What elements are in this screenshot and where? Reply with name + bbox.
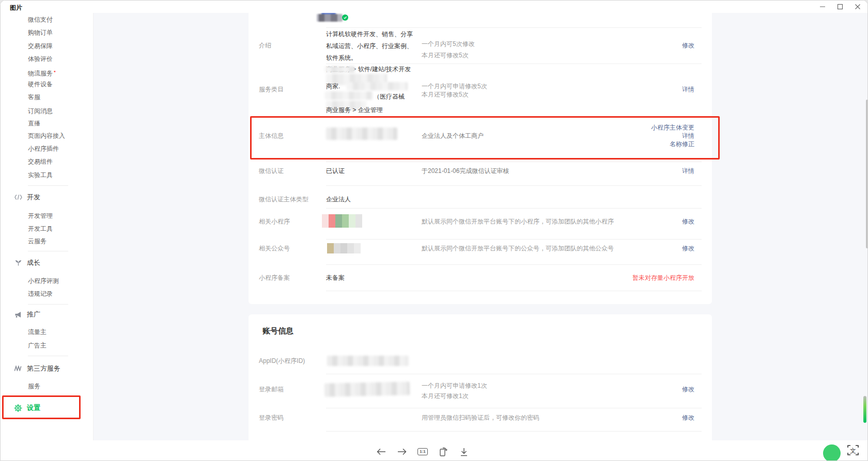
row-label-intro: 介绍 <box>259 41 271 50</box>
sidebar-item-violation-records[interactable]: 违规记录 <box>28 290 53 298</box>
category-detail-link[interactable]: 详情 <box>682 85 694 94</box>
floating-green-button[interactable] <box>823 444 841 461</box>
category-line-3: （医疗器械 <box>374 92 405 101</box>
sidebar-item-service[interactable]: 服务 <box>28 382 40 390</box>
gear-icon <box>14 404 22 412</box>
intro-note-2: 本月还可修改5次 <box>422 51 469 60</box>
sidebar-section-promotion[interactable]: 推广 <box>14 310 40 319</box>
ocr-translate-button[interactable]: 文 <box>846 443 860 457</box>
row-label-verify-type: 微信认证主体类型 <box>259 195 308 204</box>
sidebar-item-plugins[interactable]: 小程序插件 <box>28 145 59 153</box>
row-divider <box>326 27 702 28</box>
vertical-scrollbar-thumb[interactable] <box>866 100 868 248</box>
related-mp-modify-link[interactable]: 修改 <box>682 244 694 253</box>
redacted-account-name <box>317 14 343 22</box>
row-divider <box>326 374 702 374</box>
maximize-button[interactable] <box>832 2 848 12</box>
sidebar-item-trade-components[interactable]: 交易组件 <box>28 157 53 166</box>
intro-modify-link[interactable]: 修改 <box>682 41 694 50</box>
maximize-icon <box>837 4 843 10</box>
sidebar-item-live[interactable]: 直播 <box>28 119 40 128</box>
related-mini-modify-link[interactable]: 修改 <box>682 217 694 226</box>
category-line-2: 商家. <box>326 82 340 91</box>
sidebar-section-third-party[interactable]: 第三方服务 <box>14 364 60 373</box>
profile-card: 介绍 计算机软硬件开发、销售、分享私域运营、小程序、行业案例、软件系统。 一个月… <box>249 13 712 304</box>
sidebar-item-subscribe-message[interactable]: 订阅消息 <box>28 107 53 115</box>
actual-size-button[interactable]: 1:1 <box>415 444 430 459</box>
related-mini-desc: 默认展示同个微信开放平台账号下的小程序，可添加团队的其他小程序 <box>422 217 614 226</box>
next-image-button[interactable] <box>394 444 410 459</box>
row-divider <box>326 63 702 64</box>
titlebar: 图片 <box>1 1 867 13</box>
sidebar-item-page-content[interactable]: 页面内容接入 <box>28 132 65 140</box>
row-label-category: 服务类目 <box>259 85 284 94</box>
icp-status-text: 暂未对存量小程序开放 <box>632 274 694 282</box>
download-button[interactable] <box>456 444 472 459</box>
sidebar-item-dev-tools[interactable]: 开发工具 <box>28 225 53 233</box>
subject-name-fix-link[interactable]: 名称修正 <box>670 140 694 149</box>
close-button[interactable] <box>850 2 865 12</box>
sidebar-divider <box>28 304 68 305</box>
sidebar-item-cloud-service[interactable]: 云服务 <box>28 237 47 245</box>
sidebar-item-transaction-guarantee[interactable]: 交易保障 <box>28 42 53 50</box>
redacted-block <box>347 82 408 90</box>
green-scroll-indicator[interactable] <box>863 396 866 423</box>
icp-value: 未备案 <box>326 274 345 282</box>
sidebar-item-mini-evaluation[interactable]: 小程序评测 <box>28 277 59 285</box>
row-label-email: 登录邮箱 <box>259 385 284 394</box>
row-label-icp: 小程序备案 <box>259 274 290 282</box>
sidebar-section-settings[interactable]: 设置 <box>14 403 40 412</box>
minimize-icon <box>819 4 826 10</box>
minimize-button[interactable] <box>815 2 830 12</box>
sidebar-section-dev[interactable]: 开发 <box>14 193 40 202</box>
sidebar-item-advertiser[interactable]: 广告主 <box>28 341 47 349</box>
email-note-1: 一个月内可申请修改1次 <box>422 381 487 390</box>
sidebar-divider <box>28 185 68 186</box>
subject-change-link[interactable]: 小程序主体变更 <box>651 123 694 132</box>
redacted-email <box>324 381 410 396</box>
sidebar-item-wechat-pay[interactable]: 微信支付 <box>28 15 53 24</box>
sidebar-item-logistics[interactable]: 物流服务• <box>28 67 56 75</box>
megaphone-icon <box>14 310 22 319</box>
row-label-related-mp: 相关公众号 <box>259 244 290 253</box>
download-icon <box>460 448 468 456</box>
rotate-button[interactable] <box>436 444 451 459</box>
category-line-4: 商业服务 > 企业管理 <box>326 106 383 115</box>
intro-value: 计算机软硬件开发、销售、分享私域运营、小程序、行业案例、软件系统。 <box>326 28 418 64</box>
image-canvas: 微信支付 购物订单 交易保障 体验评价 物流服务• 硬件设备 客服 订阅消息 直… <box>1 13 868 440</box>
email-modify-link[interactable]: 修改 <box>682 385 694 394</box>
sidebar-section-growth[interactable]: 成长 <box>14 258 40 267</box>
subject-detail-link[interactable]: 详情 <box>682 132 694 140</box>
password-modify-link[interactable]: 修改 <box>682 414 694 422</box>
sidebar-item-experience-rating[interactable]: 体验评价 <box>28 55 53 63</box>
row-divider <box>326 264 702 265</box>
sidebar-item-customer-service[interactable]: 客服 <box>28 93 40 101</box>
previous-image-button[interactable] <box>374 444 389 459</box>
close-icon <box>855 4 861 10</box>
console-sidebar: 微信支付 购物订单 交易保障 体验评价 物流服务• 硬件设备 客服 订阅消息 直… <box>1 13 94 440</box>
row-divider <box>326 162 702 162</box>
ocr-scan-icon: 文 <box>847 444 859 456</box>
verify-detail-link[interactable]: 详情 <box>682 167 694 176</box>
row-divider <box>326 408 702 408</box>
sidebar-item-traffic-owner[interactable]: 流量主 <box>28 328 47 336</box>
third-party-icon <box>14 364 22 373</box>
window-title: 图片 <box>10 4 22 12</box>
sidebar-item-lab-tools[interactable]: 实验工具 <box>28 171 53 179</box>
password-desc: 用管理员微信扫码验证后，可修改你的密码 <box>422 414 539 422</box>
code-icon <box>14 193 22 201</box>
arrow-right-icon <box>397 448 407 455</box>
intro-note-1: 一个月内可5次修改 <box>422 40 475 49</box>
sidebar-item-shopping-orders[interactable]: 购物订单 <box>28 28 53 37</box>
account-card: 账号信息 AppID(小程序ID) 登录邮箱 一个月内可申请修改1次 本月还可修… <box>249 314 712 440</box>
sidebar-divider <box>28 251 68 251</box>
row-divider <box>326 208 702 209</box>
redacted-block <box>325 91 373 100</box>
verify-desc: 于2021-01-06完成微信认证审核 <box>422 167 509 176</box>
verify-type-value: 企业法人 <box>326 195 351 204</box>
row-label-verify: 微信认证 <box>259 167 284 176</box>
image-viewer-window: 图片 微信支付 购物订单 交易保障 体验评价 物流服务• 硬件设备 客服 订阅消… <box>0 0 868 461</box>
sidebar-item-hardware[interactable]: 硬件设备 <box>28 80 53 88</box>
rotate-icon <box>438 447 448 457</box>
sidebar-item-dev-manage[interactable]: 开发管理 <box>28 212 53 220</box>
